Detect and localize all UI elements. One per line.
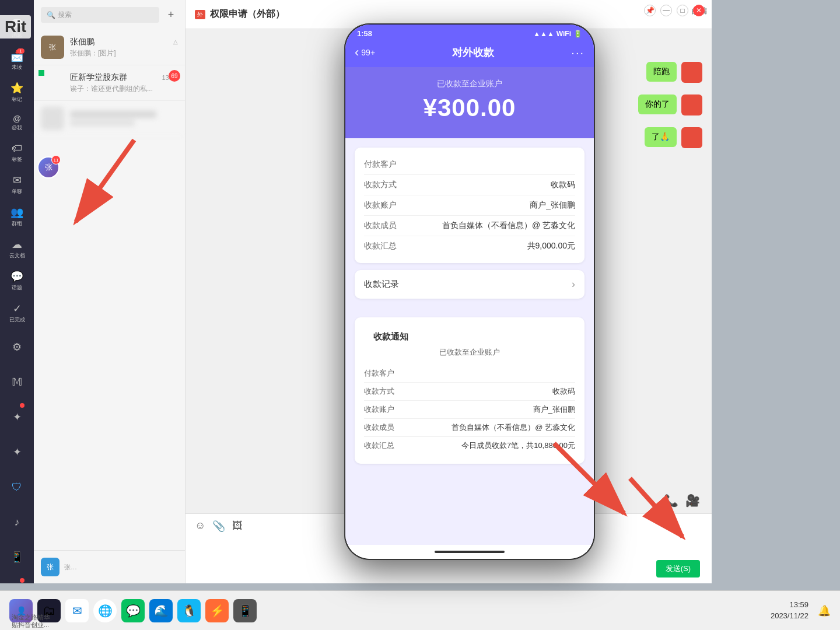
emoji-icon[interactable]: ☺ [195, 520, 205, 533]
payment-label-1: 收款方式 [364, 180, 397, 190]
sparkle-badge [20, 403, 24, 408]
nav-topic[interactable]: 💬 话题 [8, 268, 26, 294]
payment-row-4: 收款汇总 共9,000.00元 [364, 236, 575, 256]
taskbar-mobile-app[interactable]: 📱 [233, 599, 257, 622]
record-arrow-icon: › [572, 278, 575, 290]
done-icon: ✓ [13, 302, 22, 315]
record-label: 收款记录 [364, 279, 399, 290]
phone-home-bar [345, 545, 594, 559]
payment-row-2: 收款账户 商户_张佃鹏 [364, 195, 575, 216]
settings-icon-item[interactable]: ⚙ [8, 332, 26, 362]
taskbar-wechat-work[interactable]: 💬 [121, 599, 145, 622]
nav-mention[interactable]: @ @我 [9, 111, 24, 134]
payment-row-0: 付款客户 [364, 155, 575, 175]
file-icon[interactable]: 📎 [212, 520, 225, 533]
chat-avatar-1: 张 [41, 36, 64, 59]
phone-icon[interactable]: 📞 [664, 494, 678, 508]
desktop: 📌 — □ ✕ 💬 消息 📩 未读 1 ⭐ [0, 0, 840, 630]
status-right-icons: ▲▲▲ WiFi 🔋 [533, 30, 582, 38]
blurred-name-3 [70, 111, 156, 118]
blurred-info-3 [70, 111, 178, 126]
payment-label-2: 收款账户 [364, 200, 397, 211]
chat-item-2[interactable]: 匠新学堂股东群 13:55 诶子：谁还更代删组的私... 69 [34, 65, 185, 101]
taskbar-time-text: 13:59 [771, 600, 808, 610]
payment-hero: 已收款至企业账户 ¥300.00 [345, 67, 594, 138]
taskbar-qq[interactable]: 🐧 [177, 599, 201, 622]
notification-title: 收款通知 [364, 327, 575, 347]
notif-label-4: 收款汇总 [364, 440, 405, 451]
nav-group-label: 群组 [12, 220, 22, 228]
nav-group[interactable]: 👥 群组 [8, 204, 26, 230]
nav-cloud-label: 云文档 [9, 252, 25, 260]
payment-record-link[interactable]: 收款记录 › [355, 270, 584, 299]
topic-icon: 💬 [10, 270, 23, 283]
notif-label-0: 付款客户 [364, 368, 405, 379]
mobile-icon-item[interactable]: 📱 [8, 542, 26, 572]
spacer-1 [345, 138, 594, 148]
left-sidebar: 💬 消息 📩 未读 1 ⭐ 标记 @ @我 🏷 标签 ✉ 单聊 [0, 0, 34, 583]
taskbar-bell[interactable]: 🔔 [818, 604, 831, 617]
back-button[interactable]: ‹ 99+ [355, 45, 375, 60]
maximize-button[interactable]: □ [677, 5, 688, 16]
floating-badge: 11 [51, 155, 61, 164]
app-header: ‹ 99+ 对外收款 ··· [345, 40, 594, 67]
msg-avatar-2 [681, 94, 702, 116]
search-box[interactable]: 🔍 搜索 [41, 7, 159, 23]
group-icon: 👥 [10, 206, 23, 219]
notif-label-1: 收款方式 [364, 386, 405, 397]
star2-icon-item[interactable]: ✦ [8, 437, 26, 467]
app-title-text: 对外收款 [452, 46, 494, 60]
phone-time: 1:58 [357, 29, 372, 38]
taskbar-date-text: 2023/11/22 [771, 611, 808, 621]
notif-value-3: 首负自媒体（不看信息）@ 艺淼文化 [405, 422, 575, 433]
notif-label-3: 收款成员 [364, 422, 405, 433]
msg-bubble-2: 你的了 [638, 94, 677, 114]
nav-starred[interactable]: ⭐ 标记 [8, 79, 26, 106]
chat-item-3 [34, 101, 185, 136]
taskbar-extra-app[interactable]: ⚡ [205, 599, 229, 622]
taskbar-edge[interactable]: 🌊 [149, 599, 173, 622]
payment-row-3: 收款成员 首负自媒体（不看信息）@ 艺淼文化 [364, 216, 575, 236]
minimize-button[interactable]: — [660, 5, 672, 16]
taskbar-email[interactable]: ✉ [65, 599, 89, 622]
unread-badge: 1 [17, 48, 24, 54]
tag-icon: 🏷 [12, 142, 22, 155]
wifi-icon: WiFi [556, 30, 571, 38]
unread-count-badge: 69 [169, 70, 180, 82]
menu-badge [20, 578, 24, 583]
spacer-2 [345, 308, 594, 317]
pin-button[interactable]: 📌 [644, 5, 656, 16]
notif-row-3: 收款成员 首负自媒体（不看信息）@ 艺淼文化 [364, 419, 575, 437]
nav-unread[interactable]: 📩 未读 1 [8, 47, 26, 74]
nav-done-label: 已完成 [9, 316, 25, 324]
shield-icon-item[interactable]: 🛡 [8, 472, 26, 502]
nav-done[interactable]: ✓ 已完成 [7, 300, 27, 326]
send-button[interactable]: 发送(S) [656, 560, 700, 578]
video-icon[interactable]: 🎥 [685, 494, 700, 508]
cloud-icon: ☁ [12, 238, 22, 251]
extra-app-icon: ⚡ [210, 604, 225, 618]
nav-cloud[interactable]: ☁ 云文档 [7, 236, 27, 262]
search-placeholder: 搜索 [58, 10, 72, 20]
payment-desc: 已收款至企业账户 [359, 79, 580, 89]
app-more-icon[interactable]: ··· [571, 46, 584, 60]
nav-direct[interactable]: ✉ 单聊 [9, 172, 24, 198]
image-icon[interactable]: 🖼 [232, 520, 243, 533]
taskbar-chrome[interactable]: 🌐 [93, 599, 117, 622]
chat-item-1[interactable]: 张 张佃鹏 △ 张佃鹏：[图片] [34, 30, 185, 65]
close-button[interactable]: ✕ [693, 5, 705, 16]
nav-tags[interactable]: 🏷 标签 [9, 140, 24, 166]
sparkle-icon-item[interactable]: ✦ [8, 402, 26, 432]
add-button[interactable]: + [164, 8, 178, 22]
bottom-text: 张… [64, 563, 77, 572]
home-bar-line [435, 551, 505, 553]
window-controls: 📌 — □ ✕ [644, 5, 705, 16]
nav-mention-label: @我 [12, 124, 22, 132]
butterfly-icon-item[interactable]: 𝕄 [8, 367, 26, 397]
music-icon-item[interactable]: ♪ [8, 507, 26, 537]
payment-value-3: 首负自媒体（不看信息）@ 艺淼文化 [442, 220, 575, 231]
payment-value-2: 商户_张佃鹏 [530, 200, 575, 211]
bottom-label: 淘金之路精华贴抖音创业... [12, 614, 50, 629]
settings-icon: ⚙ [12, 341, 22, 354]
chat-name-1: 张佃鹏 [70, 37, 94, 47]
